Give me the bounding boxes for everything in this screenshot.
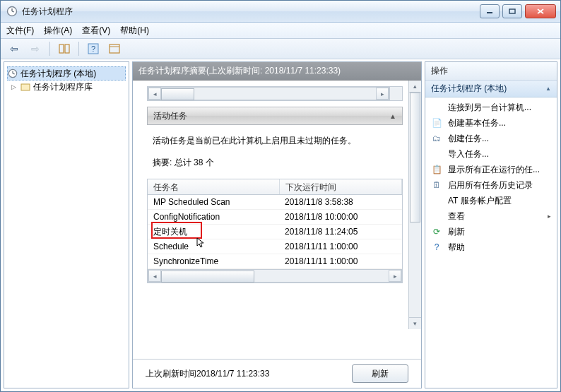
minimize-button[interactable] — [480, 4, 500, 18]
actions-subheader: 任务计划程序 (本地) ▲ — [425, 81, 557, 97]
titlebar: 任务计划程序 — [1, 1, 560, 23]
table-row[interactable]: 定时关机2018/11/8 11:24:05 — [148, 225, 402, 239]
refresh-icon: ⟳ — [431, 227, 442, 237]
summary-body: ◂ ▸ 活动任务 ▲ 活动任务是当前已在此计算机上启用且未过期的任务。 摘要: … — [133, 81, 421, 359]
maximize-button[interactable] — [502, 4, 522, 18]
tree-root-label: 任务计划程序 (本地) — [20, 68, 96, 80]
table-row[interactable]: ConfigNotification2018/11/8 10:00:00 — [148, 210, 402, 225]
forward-button[interactable]: ⇨ — [26, 40, 45, 57]
middle-panel: 任务计划程序摘要(上次刷新时间: 2018/11/7 11:23:33) ◂ ▸… — [132, 61, 422, 388]
window-buttons — [477, 4, 556, 18]
table-hscroll[interactable]: ◂ ▸ — [148, 269, 402, 283]
expand-icon[interactable]: ▷ — [10, 83, 18, 90]
action-create-basic-task[interactable]: 📄创建基本任务... — [425, 115, 557, 131]
close-button[interactable] — [525, 4, 556, 18]
action-connect[interactable]: 连接到另一台计算机... — [425, 100, 557, 115]
help-icon: ? — [431, 242, 442, 252]
table-row[interactable]: SynchronizeTime2018/11/11 1:00:00 — [148, 254, 402, 269]
history-icon: 🗓 — [431, 180, 442, 190]
svg-rect-16 — [21, 84, 30, 90]
table-header: 任务名 下次运行时间 — [148, 179, 402, 195]
action-help[interactable]: ?帮助 — [425, 239, 557, 255]
toolbar-divider — [78, 42, 79, 56]
collapse-icon[interactable]: ▲ — [389, 112, 396, 120]
actions-header: 操作 — [425, 62, 557, 81]
menubar: 文件(F) 操作(A) 查看(V) 帮助(H) — [1, 23, 560, 39]
refresh-button[interactable]: 刷新 — [352, 364, 408, 383]
action-show-running[interactable]: 📋显示所有正在运行的任... — [425, 162, 557, 177]
tree-root[interactable]: 任务计划程序 (本地) — [7, 66, 126, 81]
active-tasks-desc: 活动任务是当前已在此计算机上启用且未过期的任务。 — [153, 135, 397, 147]
task-icon: 🗂 — [431, 133, 442, 143]
scroll-right-icon[interactable]: ▸ — [389, 270, 401, 282]
menu-file[interactable]: 文件(F) — [6, 25, 34, 37]
action-refresh[interactable]: ⟳刷新 — [425, 224, 557, 239]
action-at-config[interactable]: AT 服务帐户配置 — [425, 193, 557, 208]
active-tasks-header[interactable]: 活动任务 ▲ — [147, 107, 403, 125]
scroll-left-icon[interactable]: ◂ — [148, 88, 161, 100]
menu-view[interactable]: 查看(V) — [82, 25, 110, 37]
table-row[interactable]: Schedule2018/11/11 1:00:00 — [148, 239, 402, 254]
tool-pane-button[interactable] — [105, 40, 124, 57]
last-refresh-label: 上次刷新时间2018/11/7 11:23:33 — [146, 368, 269, 380]
window-title: 任务计划程序 — [22, 6, 477, 18]
svg-text:?: ? — [91, 44, 95, 53]
svg-rect-4 — [509, 9, 515, 13]
actions-list: 连接到另一台计算机... 📄创建基本任务... 🗂创建任务... 导入任务...… — [425, 97, 557, 257]
summary-header: 任务计划程序摘要(上次刷新时间: 2018/11/7 11:23:33) — [133, 62, 421, 81]
scroll-left-icon[interactable]: ◂ — [148, 270, 161, 282]
body: 任务计划程序 (本地) ▷ 任务计划程序库 任务计划程序摘要(上次刷新时间: 2… — [1, 59, 560, 391]
cursor-icon — [196, 237, 205, 249]
active-tasks-summary: 摘要: 总计 38 个 — [153, 157, 397, 169]
left-panel: 任务计划程序 (本地) ▷ 任务计划程序库 — [4, 61, 129, 388]
window: 任务计划程序 文件(F) 操作(A) 查看(V) 帮助(H) ⇦ ⇨ ? 任务计… — [0, 0, 561, 392]
scroll-corner — [389, 87, 402, 100]
table-row[interactable]: MP Scheduled Scan2018/11/8 3:58:38 — [148, 195, 402, 210]
action-create-task[interactable]: 🗂创建任务... — [425, 131, 557, 146]
toolbar: ⇦ ⇨ ? — [1, 39, 560, 59]
svg-rect-8 — [65, 44, 69, 53]
active-tasks-title: 活动任务 — [153, 110, 187, 122]
active-tasks-body: 活动任务是当前已在此计算机上启用且未过期的任务。 摘要: 总计 38 个 — [147, 135, 403, 169]
wizard-icon: 📄 — [431, 118, 442, 128]
app-icon — [6, 6, 18, 17]
help-button[interactable]: ? — [84, 40, 102, 57]
collapse-icon[interactable]: ▲ — [545, 85, 551, 92]
toolbar-divider — [49, 42, 50, 56]
top-scroll-region: ◂ ▸ — [147, 86, 403, 101]
menu-help[interactable]: 帮助(H) — [120, 25, 149, 37]
tool-scope-button[interactable] — [55, 40, 73, 57]
mid-vscroll[interactable]: ▴ ▾ — [408, 81, 421, 329]
action-import-task[interactable]: 导入任务... — [425, 146, 557, 162]
list-icon: 📋 — [431, 165, 442, 174]
tree-child[interactable]: ▷ 任务计划程序库 — [7, 81, 126, 93]
submenu-icon: ▸ — [548, 213, 551, 220]
back-button[interactable]: ⇦ — [5, 40, 23, 57]
tree-child-label: 任务计划程序库 — [33, 81, 93, 93]
menu-action[interactable]: 操作(A) — [44, 25, 72, 37]
actions-panel: 操作 任务计划程序 (本地) ▲ 连接到另一台计算机... 📄创建基本任务...… — [425, 61, 557, 388]
action-view[interactable]: 查看▸ — [425, 208, 557, 224]
svg-rect-11 — [110, 44, 119, 53]
col-next-run[interactable]: 下次运行时间 — [280, 179, 402, 194]
scroll-track[interactable] — [161, 88, 376, 99]
footer: 上次刷新时间2018/11/7 11:23:33 刷新 — [133, 359, 421, 388]
scroll-right-icon[interactable]: ▸ — [376, 88, 389, 100]
svg-rect-7 — [59, 44, 64, 53]
col-task-name[interactable]: 任务名 — [148, 179, 280, 194]
tree: 任务计划程序 (本地) ▷ 任务计划程序库 — [4, 62, 129, 97]
action-enable-history[interactable]: 🗓启用所有任务历史记录 — [425, 177, 557, 193]
tasks-table: 任务名 下次运行时间 MP Scheduled Scan2018/11/8 3:… — [147, 179, 403, 283]
